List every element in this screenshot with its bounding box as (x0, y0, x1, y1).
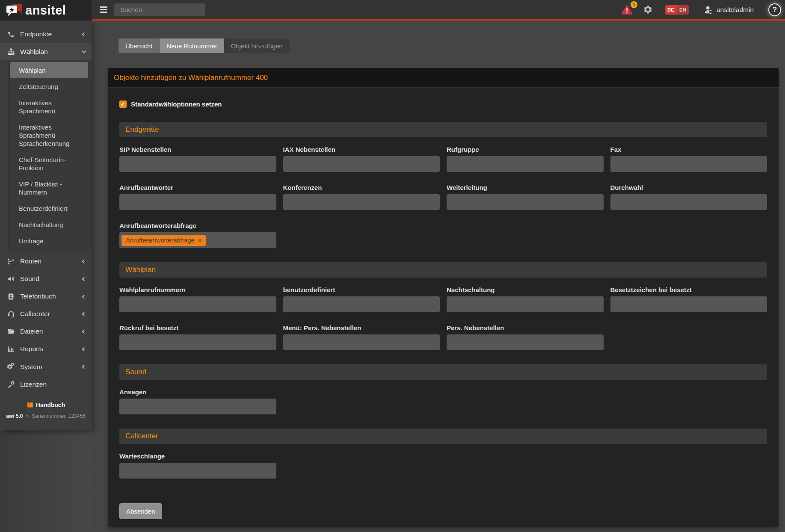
search-box[interactable] (114, 3, 205, 16)
bar-chart-icon (6, 346, 15, 353)
folder-open-icon (6, 328, 15, 335)
tab-bar: Übersicht Neue Rufnummer Objekt hinzufüg… (118, 38, 290, 53)
version-label: awi 5.0 (6, 413, 23, 419)
sidebar-item-system[interactable]: System (0, 358, 92, 375)
user-menu[interactable]: ansiteladmin (704, 5, 754, 15)
chevron-left-icon (82, 259, 86, 263)
lang-en-button[interactable]: EN (677, 5, 689, 15)
field-label: Anrufbeantworterabfrage (119, 222, 276, 229)
field-label: IAX Nebenstellen (283, 146, 440, 153)
section-header-callcenter: Callcenter (119, 429, 767, 444)
field-label: Menü: Pers. Nebenstellen (283, 324, 440, 331)
field-label: Pers. Nebenstellen (447, 324, 604, 331)
lang-de-button[interactable]: DE (665, 5, 677, 15)
username-label: ansiteladmin (717, 6, 754, 14)
sidebar-item-lizenzen[interactable]: Lizenzen (0, 376, 92, 393)
submenu-item-sprachmenue[interactable]: Interaktives Sprachmenü (10, 95, 88, 119)
anrufbeantworter-input[interactable] (119, 194, 276, 210)
sidebar-item-sound[interactable]: Sound (0, 270, 92, 287)
field-label: Rückruf bei besetzt (119, 324, 276, 331)
field-label: Rufgruppe (447, 146, 604, 153)
page-title: Objekte hinzufügen zu Wählplanrufnummer … (114, 74, 268, 82)
selected-tag-chip[interactable]: Anrufbeantworterabfrage × (121, 235, 206, 246)
sidebar-item-callcenter[interactable]: Callcenter (0, 305, 92, 322)
search-input[interactable] (114, 6, 205, 13)
hamburger-menu-icon[interactable] (100, 6, 107, 13)
submenu-item-benutzerdefiniert[interactable]: Benutzerdefiniert (10, 200, 88, 216)
standard-options-checkbox[interactable]: ✓ (119, 100, 127, 108)
ansagen-input[interactable] (119, 399, 276, 414)
chevron-left-icon (82, 294, 86, 299)
weiterleitung-input[interactable] (447, 194, 604, 210)
logo-speech-bubble-icon: ★ (6, 3, 24, 18)
brand-name: ansitel (25, 3, 66, 18)
settings-gear-icon[interactable] (643, 5, 653, 15)
submenu-item-spracherkennung[interactable]: Interaktives Sprachmenü Spracherkennung (10, 119, 88, 151)
sidebar-item-reports[interactable]: Reports (0, 340, 92, 358)
cogs-icon (6, 363, 15, 371)
warning-notification-button[interactable]: 1 (621, 5, 633, 15)
headset-icon (6, 310, 15, 318)
field-label: SIP Nebenstellen (119, 146, 276, 153)
chevron-left-icon (82, 32, 86, 36)
sidebar-item-waehlplan[interactable]: Wählplan (0, 43, 92, 60)
besetztzeichen-input[interactable] (610, 296, 767, 312)
book-icon (27, 402, 33, 408)
pers-nebenstellen-input[interactable] (447, 334, 604, 350)
user-shield-icon (704, 5, 713, 15)
chevron-left-icon (82, 312, 86, 316)
remove-tag-icon[interactable]: × (198, 238, 201, 243)
chevron-left-icon (82, 277, 86, 281)
sidebar-item-telefonbuch[interactable]: Telefonbuch (0, 288, 92, 305)
panel-header: Objekte hinzufügen zu Wählplanrufnummer … (108, 68, 779, 88)
anrufbeantworterabfrage-input[interactable]: Anrufbeantworterabfrage × (119, 232, 276, 248)
section-header-waehlplan: Wählplan (119, 262, 767, 278)
address-book-icon (6, 293, 15, 300)
field-label: Besetztzeichen bei besetzt (610, 286, 767, 293)
form-panel: Objekte hinzufügen zu Wählplanrufnummer … (108, 68, 779, 527)
nachtschaltung-input[interactable] (447, 296, 604, 312)
main-content: Übersicht Neue Rufnummer Objekt hinzufüg… (92, 22, 785, 532)
field-label: Weiterleitung (447, 184, 604, 191)
waehlplanrufnummern-input[interactable] (119, 296, 276, 312)
chevron-left-icon (82, 365, 86, 369)
field-label: Fax (610, 146, 767, 153)
waehlplan-submenu: Wählplan Zeitsteuerung Interaktives Spra… (9, 61, 92, 251)
sidebar-item-routen[interactable]: Routen (0, 253, 92, 270)
manual-link[interactable]: Handbuch (0, 402, 92, 408)
fax-input[interactable] (610, 156, 767, 172)
warteschlange-input[interactable] (119, 463, 276, 479)
rueckruf-bei-besetzt-input[interactable] (119, 334, 276, 350)
tab-objekt-hinzufuegen[interactable]: Objekt hinzufügen (224, 38, 290, 53)
checkbox-label: Standardwähloptionen setzen (131, 100, 222, 108)
sip-nebenstellen-input[interactable] (119, 156, 276, 172)
field-label: benutzerdefiniert (283, 286, 440, 293)
submit-button[interactable]: Absenden (119, 503, 162, 519)
language-switcher: DE EN (665, 5, 689, 15)
submenu-item-zeitsteuerung[interactable]: Zeitsteuerung (10, 78, 88, 95)
phone-icon (6, 31, 15, 38)
konferenzen-input[interactable] (283, 194, 440, 210)
tab-neue-rufnummer[interactable]: Neue Rufnummer (160, 38, 224, 53)
rufgruppe-input[interactable] (447, 156, 604, 172)
sidebar-item-endpunkte[interactable]: Endpunkte (0, 26, 92, 43)
help-button[interactable]: ? (768, 3, 781, 16)
tab-uebersicht[interactable]: Übersicht (118, 38, 160, 53)
app-logo[interactable]: ★ ansitel (0, 0, 92, 21)
iax-nebenstellen-input[interactable] (283, 156, 440, 172)
submenu-item-umfrage[interactable]: Umfrage (10, 233, 88, 249)
key-icon (6, 381, 15, 388)
submenu-item-waehlplan[interactable]: Wählplan (10, 62, 88, 78)
submenu-item-chef-sekretaerin[interactable]: Chef-Sekretärin-Funktion (10, 151, 88, 176)
route-icon (6, 258, 15, 265)
field-label: Wählplanrufnummern (119, 286, 276, 293)
sidebar-footer: awi 5.0 • Seriennummer: 123456 (0, 413, 92, 419)
field-label: Nachtschaltung (447, 286, 604, 293)
durchwahl-input[interactable] (610, 194, 767, 210)
section-header-sound: Sound (119, 364, 767, 380)
benutzerdefiniert-input[interactable] (283, 296, 440, 312)
submenu-item-vip-blacklist[interactable]: VIP / Blacklist - Nummern (10, 176, 88, 200)
submenu-item-nachtschaltung[interactable]: Nachtschaltung (10, 216, 88, 233)
menue-pers-nebenstellen-input[interactable] (283, 334, 440, 350)
sidebar-item-dateien[interactable]: Dateien (0, 323, 92, 340)
